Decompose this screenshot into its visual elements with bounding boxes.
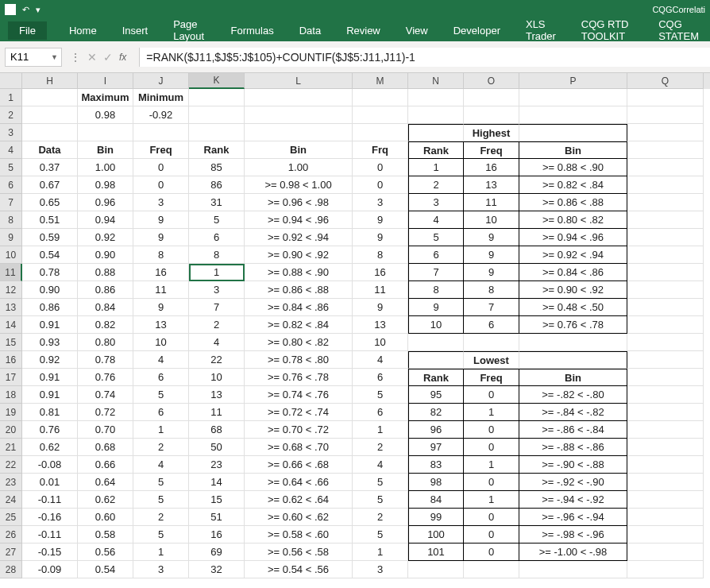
cell-P28[interactable] [519, 561, 627, 578]
tab-view[interactable]: View [403, 23, 431, 38]
cell-K1[interactable] [189, 89, 245, 106]
tab-cqg-rtd[interactable]: CQG RTD TOOLKIT [578, 17, 636, 44]
cell-H20[interactable]: 0.76 [22, 421, 78, 439]
cell-L3[interactable] [245, 124, 353, 141]
cell-J27[interactable]: 1 [133, 544, 189, 561]
tab-data[interactable]: Data [296, 23, 324, 38]
cell-H21[interactable]: 0.62 [22, 439, 78, 456]
cell-J3[interactable] [133, 124, 189, 141]
cell-O24[interactable]: 1 [464, 491, 519, 509]
cell-P19[interactable]: >= -.84 < -.82 [519, 404, 627, 421]
cell-J20[interactable]: 1 [133, 421, 189, 439]
row-header-9[interactable]: 9 [0, 229, 22, 246]
tab-developer[interactable]: Developer [450, 23, 504, 38]
cell-M1[interactable] [353, 89, 408, 106]
cell-P23[interactable]: >= -.92 < -.90 [519, 474, 627, 491]
row-header-28[interactable]: 28 [0, 561, 22, 578]
cell-J7[interactable]: 3 [133, 194, 189, 211]
cell-J23[interactable]: 5 [133, 474, 189, 491]
cell-L4[interactable]: Bin [245, 141, 353, 159]
cell-N8[interactable]: 4 [408, 211, 464, 229]
cell-N12[interactable]: 8 [408, 281, 464, 299]
row-header-17[interactable]: 17 [0, 369, 22, 386]
tab-home[interactable]: Home [66, 23, 100, 38]
row-header-11[interactable]: 11 [0, 264, 22, 281]
cell-I11[interactable]: 0.88 [78, 264, 133, 281]
cell-J4[interactable]: Freq [133, 141, 189, 159]
cell-H2[interactable] [22, 106, 78, 124]
row-header-19[interactable]: 19 [0, 404, 22, 421]
cell-M5[interactable]: 0 [353, 159, 408, 176]
cell-K10[interactable]: 8 [189, 246, 245, 264]
cell-H1[interactable] [22, 89, 78, 106]
cell-M15[interactable]: 10 [353, 334, 408, 351]
cell-Q3[interactable] [627, 124, 704, 141]
cell-H26[interactable]: -0.11 [22, 526, 78, 544]
cell-Q9[interactable] [627, 229, 704, 246]
cell-O26[interactable]: 0 [464, 526, 519, 544]
cell-M16[interactable]: 4 [353, 351, 408, 369]
cell-L28[interactable]: >= 0.54 < .56 [245, 561, 353, 578]
cell-M26[interactable]: 5 [353, 526, 408, 544]
row-header-24[interactable]: 24 [0, 491, 22, 509]
cell-H9[interactable]: 0.59 [22, 229, 78, 246]
row-header-14[interactable]: 14 [0, 316, 22, 334]
fx-icon[interactable]: fx [119, 52, 126, 63]
cell-N10[interactable]: 6 [408, 246, 464, 264]
cell-O17[interactable]: Freq [464, 369, 519, 386]
col-header-H[interactable]: H [22, 73, 78, 89]
cell-I26[interactable]: 0.58 [78, 526, 133, 544]
cell-Q19[interactable] [627, 404, 704, 421]
cell-I22[interactable]: 0.66 [78, 456, 133, 474]
cell-I21[interactable]: 0.68 [78, 439, 133, 456]
cell-K22[interactable]: 23 [189, 456, 245, 474]
cell-O4[interactable]: Freq [464, 141, 519, 159]
cell-I7[interactable]: 0.96 [78, 194, 133, 211]
cell-P12[interactable]: >= 0.90 < .92 [519, 281, 627, 299]
cell-K20[interactable]: 68 [189, 421, 245, 439]
cancel-icon[interactable]: ✕ [87, 51, 97, 64]
row-header-13[interactable]: 13 [0, 299, 22, 316]
tab-review[interactable]: Review [343, 23, 384, 38]
cell-L25[interactable]: >= 0.60 < .62 [245, 509, 353, 526]
cell-L8[interactable]: >= 0.94 < .96 [245, 211, 353, 229]
cell-H5[interactable]: 0.37 [22, 159, 78, 176]
cell-H3[interactable] [22, 124, 78, 141]
cell-N17[interactable]: Rank [408, 369, 464, 386]
cell-L14[interactable]: >= 0.82 < .84 [245, 316, 353, 334]
cell-K27[interactable]: 69 [189, 544, 245, 561]
cell-J16[interactable]: 4 [133, 351, 189, 369]
cell-Q16[interactable] [627, 351, 704, 369]
redo-icon[interactable]: ▾ [36, 5, 41, 15]
cell-O15[interactable] [464, 334, 519, 351]
cell-L18[interactable]: >= 0.74 < .76 [245, 386, 353, 404]
cell-K9[interactable]: 6 [189, 229, 245, 246]
cell-O10[interactable]: 9 [464, 246, 519, 264]
cell-P3[interactable] [519, 124, 627, 141]
cell-H15[interactable]: 0.93 [22, 334, 78, 351]
worksheet-grid[interactable]: HIJKLMNOPQ 1MaximumMinimum20.98-0.923Hig… [0, 73, 710, 578]
cell-N4[interactable]: Rank [408, 141, 464, 159]
cell-M18[interactable]: 5 [353, 386, 408, 404]
cell-L13[interactable]: >= 0.84 < .86 [245, 299, 353, 316]
cell-I4[interactable]: Bin [78, 141, 133, 159]
cell-O6[interactable]: 13 [464, 176, 519, 194]
cell-L10[interactable]: >= 0.90 < .92 [245, 246, 353, 264]
cell-M4[interactable]: Frq [353, 141, 408, 159]
cell-J26[interactable]: 5 [133, 526, 189, 544]
col-header-K[interactable]: K [189, 73, 245, 89]
cell-M2[interactable] [353, 106, 408, 124]
cell-H12[interactable]: 0.90 [22, 281, 78, 299]
cell-H8[interactable]: 0.51 [22, 211, 78, 229]
cell-P1[interactable] [519, 89, 627, 106]
cell-H4[interactable]: Data [22, 141, 78, 159]
cell-O19[interactable]: 1 [464, 404, 519, 421]
cell-M11[interactable]: 16 [353, 264, 408, 281]
row-header-27[interactable]: 27 [0, 544, 22, 561]
cell-N2[interactable] [408, 106, 464, 124]
cell-J22[interactable]: 4 [133, 456, 189, 474]
col-header-M[interactable]: M [353, 73, 408, 89]
cell-Q4[interactable] [627, 141, 704, 159]
cell-K2[interactable] [189, 106, 245, 124]
cell-K24[interactable]: 15 [189, 491, 245, 509]
